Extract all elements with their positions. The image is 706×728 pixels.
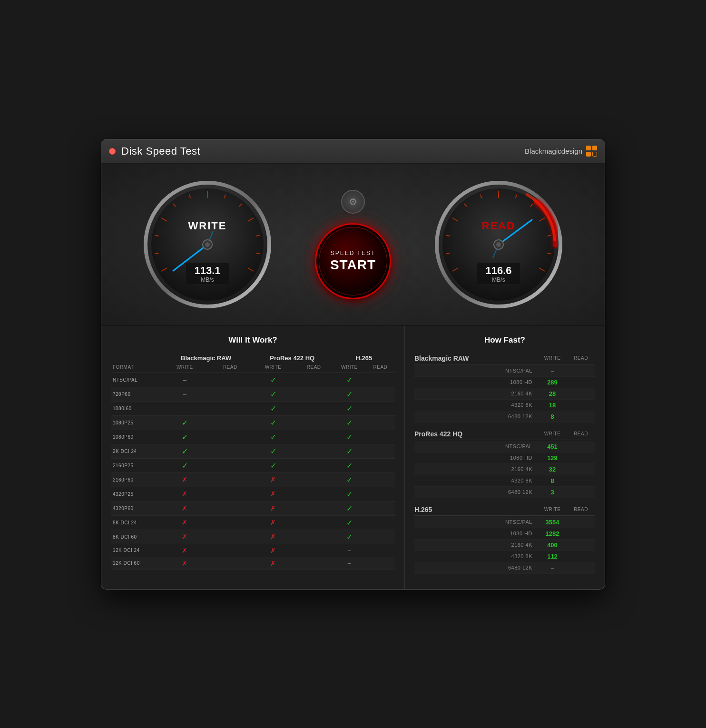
svg-line-13 — [256, 235, 260, 236]
prores-read-cell — [294, 430, 333, 444]
fast-write-val: 451 — [538, 443, 567, 450]
fast-write-val: 400 — [538, 541, 567, 549]
braw-write-cell: – — [161, 373, 209, 387]
fast-read-label: READ — [567, 355, 595, 361]
fast-write-val: 32 — [538, 466, 567, 473]
prores-write-cell: ✗ — [252, 557, 295, 570]
prores-read-cell — [294, 401, 333, 415]
table-row: 1080p25 ✓ ✓ ✓ — [111, 415, 395, 430]
fast-section-header: H.265 WRITE READ — [414, 504, 595, 516]
will-it-work-panel: Will It Work? Blackmagic RAW ProRes 422 … — [101, 326, 405, 589]
table-row: 720p60 – ✓ ✓ — [111, 387, 395, 401]
braw-read-cell — [209, 444, 252, 458]
h265-read-cell — [366, 501, 395, 515]
format-cell: 8K DCI 60 — [111, 530, 161, 544]
braw-read-cell — [209, 501, 252, 515]
prores-read-cell — [294, 515, 333, 530]
fast-row: NTSC/PAL 3554 — [414, 517, 595, 528]
table-row: 8K DCI 60 ✗ ✗ ✓ — [111, 530, 395, 544]
prores-read-cell — [294, 544, 333, 557]
start-button[interactable]: SPEED TEST START — [315, 223, 391, 299]
prores-read-cell — [294, 415, 333, 430]
fast-codec-label: H.265 — [414, 506, 538, 513]
prores-write-cell: ✓ — [252, 373, 295, 387]
svg-text:WRITE: WRITE — [188, 220, 227, 232]
fast-format-label: 2160 4K — [414, 391, 538, 396]
h265-write-cell: ✓ — [333, 387, 366, 401]
table-row: 12K DCI 60 ✗ ✗ – — [111, 557, 395, 570]
prores-read-cell — [294, 458, 333, 472]
svg-point-43 — [496, 242, 501, 247]
prores-write-cell: ✓ — [252, 430, 295, 444]
format-cell: 1080p25 — [111, 415, 161, 430]
format-cell: 4320p25 — [111, 487, 161, 501]
fast-format-label: 1080 HD — [414, 455, 538, 461]
braw-write-cell: ✗ — [161, 487, 209, 501]
format-cell: 12K DCI 24 — [111, 544, 161, 557]
h265-read-cell — [366, 415, 395, 430]
braw-write-cell: ✗ — [161, 544, 209, 557]
fast-row: 1080 HD 289 — [414, 377, 595, 388]
title-bar: × Disk Speed Test Blackmagicdesign — [101, 139, 605, 164]
close-button[interactable]: × — [109, 148, 116, 155]
prores-read-cell — [294, 501, 333, 515]
col-braw-write: WRITE — [161, 364, 209, 373]
svg-line-29 — [446, 235, 450, 236]
app-window: × Disk Speed Test Blackmagicdesign — [101, 139, 605, 590]
prores-read-cell — [294, 373, 333, 387]
fast-row: NTSC/PAL – — [414, 365, 595, 377]
h265-write-cell: ✓ — [333, 373, 366, 387]
braw-write-cell: ✗ — [161, 472, 209, 487]
fast-write-val: 18 — [538, 402, 567, 409]
prores-read-cell — [294, 530, 333, 544]
prores-write-cell: ✗ — [252, 515, 295, 530]
table-row: 4320p60 ✗ ✗ ✓ — [111, 501, 395, 515]
col-h265-read: READ — [366, 364, 395, 373]
braw-read-cell — [209, 557, 252, 570]
how-fast-panel: How Fast? Blackmagic RAW WRITE READ NTSC… — [405, 326, 605, 589]
fast-write-val: – — [538, 367, 567, 374]
h265-read-cell — [366, 557, 395, 570]
fast-read-label: READ — [567, 431, 595, 436]
svg-text:113.1: 113.1 — [194, 265, 220, 276]
col-prores-read: READ — [294, 364, 333, 373]
prores-read-cell — [294, 557, 333, 570]
brand-dot-4 — [592, 152, 597, 157]
format-cell: 2160p25 — [111, 458, 161, 472]
braw-read-cell — [209, 515, 252, 530]
prores-read-cell — [294, 472, 333, 487]
gear-button[interactable]: ⚙ — [341, 190, 365, 214]
fast-write-label: WRITE — [538, 507, 567, 512]
fast-write-val: 8 — [538, 413, 567, 420]
svg-line-37 — [547, 235, 551, 236]
braw-write-cell: ✓ — [161, 458, 209, 472]
prores-read-cell — [294, 487, 333, 501]
format-cell: 1080i60 — [111, 401, 161, 415]
fast-section: H.265 WRITE READ NTSC/PAL 3554 1080 HD 1… — [414, 504, 595, 574]
h265-write-cell: – — [333, 557, 366, 570]
fast-write-val: 1282 — [538, 530, 567, 537]
will-it-work-title: Will It Work? — [111, 335, 395, 345]
fast-write-val: 289 — [538, 379, 567, 386]
table-row: NTSC/PAL – ✓ ✓ — [111, 373, 395, 387]
format-cell: 2K DCI 24 — [111, 444, 161, 458]
fast-format-label: 6480 12K — [414, 565, 538, 571]
fast-read-label: READ — [567, 507, 595, 512]
title-bar-left: × Disk Speed Test — [109, 145, 200, 157]
fast-section-header: ProRes 422 HQ WRITE READ — [414, 428, 595, 440]
h265-read-cell — [366, 458, 395, 472]
fast-row: 1080 HD 1282 — [414, 528, 595, 540]
prores-write-cell: ✓ — [252, 444, 295, 458]
prores-write-cell: ✓ — [252, 401, 295, 415]
braw-read-cell — [209, 430, 252, 444]
fast-write-label: WRITE — [538, 431, 567, 436]
table-row: 4320p25 ✗ ✗ ✓ — [111, 487, 395, 501]
h265-read-cell — [366, 373, 395, 387]
will-it-work-table: Blackmagic RAW ProRes 422 HQ H.265 FORMA… — [111, 353, 395, 570]
write-gauge-container: WRITE 113.1 MB/s — [141, 178, 274, 311]
brand-dot-1 — [586, 146, 591, 150]
h265-write-cell: ✓ — [333, 515, 366, 530]
h265-write-cell: ✓ — [333, 472, 366, 487]
format-cell: NTSC/PAL — [111, 373, 161, 387]
svg-line-14 — [256, 253, 260, 254]
